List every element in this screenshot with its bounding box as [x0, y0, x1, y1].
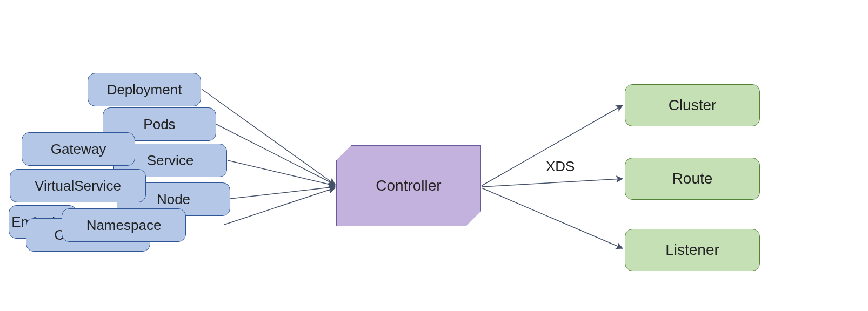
- input-namespace: Namespace: [62, 208, 186, 242]
- output-route: Route: [625, 158, 760, 200]
- svg-line-6: [482, 179, 623, 187]
- controller-node: Controller: [336, 145, 481, 226]
- svg-line-1: [216, 124, 335, 185]
- input-virtualservice: VirtualService: [10, 169, 146, 202]
- input-gateway: Gateway: [22, 132, 135, 166]
- svg-line-7: [482, 188, 623, 248]
- output-cluster: Cluster: [625, 84, 760, 126]
- output-listener: Listener: [625, 229, 760, 271]
- arrow-label-xds: XDS: [546, 158, 575, 175]
- input-deployment: Deployment: [88, 73, 201, 106]
